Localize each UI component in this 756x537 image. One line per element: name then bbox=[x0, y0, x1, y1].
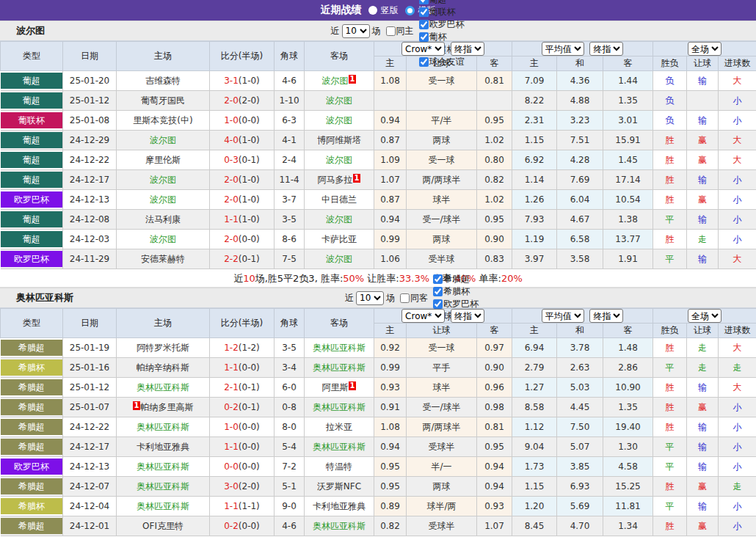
away-team-name[interactable]: 波尔图 bbox=[322, 76, 349, 86]
home-team-name[interactable]: 里斯本竞技(中) bbox=[133, 115, 192, 125]
away-team-name[interactable]: 波尔图 bbox=[326, 254, 352, 264]
team-section-porto: 波尔图 近 10 场 同主 葡超葡联杯欧罗巴杯葡杯葡超杯球会友谊 类型 bbox=[0, 21, 756, 288]
avg-select[interactable]: 平均值 bbox=[542, 42, 584, 56]
home-team-name[interactable]: 吉维森特 bbox=[145, 76, 181, 86]
avg-home-odds: 8.22 bbox=[512, 91, 557, 111]
competition-checkbox[interactable] bbox=[433, 274, 443, 284]
match-type-cell: 希腊超 bbox=[1, 378, 63, 398]
recent-results-page: 近期战绩 竖版 横版 波尔图 近 10 场 同主 葡超葡联杯欧罗巴杯葡杯葡超杯球… bbox=[0, 0, 756, 537]
home-team-name[interactable]: 法马利康 bbox=[145, 214, 181, 224]
match-score: 4-0(1-0) bbox=[210, 131, 275, 150]
away-team-name[interactable]: 波尔图 bbox=[326, 95, 352, 106]
avg-time-select[interactable]: 终指 bbox=[589, 309, 623, 323]
result-goals: 小 bbox=[719, 398, 756, 417]
home-team-name[interactable]: 波尔图 bbox=[150, 175, 176, 185]
same-venue-checkbox[interactable] bbox=[386, 26, 396, 36]
avg-away-odds: 13.77 bbox=[603, 230, 653, 249]
odds-home: 0.95 bbox=[374, 477, 407, 497]
home-team-cell: 奥林匹亚科斯 bbox=[117, 378, 210, 398]
same-venue-option[interactable]: 同主 bbox=[386, 25, 414, 37]
avg-select[interactable]: 平均值 bbox=[542, 309, 584, 323]
odds-home: 0.82 bbox=[374, 516, 407, 536]
handicap-line: 两球 bbox=[407, 131, 477, 150]
away-team-cell: 波尔图 bbox=[305, 249, 374, 269]
home-team-name[interactable]: 奥林匹亚科斯 bbox=[137, 501, 189, 511]
avg-draw-odds: 6.58 bbox=[557, 230, 603, 249]
away-team-name[interactable]: 特温特 bbox=[326, 461, 352, 472]
avg-home-odds: 7.93 bbox=[512, 210, 557, 230]
home-team-name[interactable]: 奥林匹亚科斯 bbox=[137, 382, 189, 392]
odds-home: 0.87 bbox=[374, 131, 407, 150]
full-time-score: 2-1 bbox=[224, 382, 239, 392]
home-team-name[interactable]: 葡萄牙国民 bbox=[141, 95, 185, 106]
handicap-line: 半/一 bbox=[407, 457, 477, 477]
away-team-name[interactable]: 卡萨比亚 bbox=[321, 234, 357, 244]
match-score: 2-0(0-0) bbox=[210, 230, 275, 249]
odds-time-select[interactable]: 终指 bbox=[451, 42, 484, 56]
home-team-name[interactable]: 帕纳辛纳科斯 bbox=[137, 362, 189, 373]
away-team-name[interactable]: 奥林匹亚科斯 bbox=[313, 521, 366, 531]
home-team-name[interactable]: 帕纳多里高斯 bbox=[140, 402, 193, 412]
home-team-name[interactable]: OFI克里特 bbox=[142, 521, 183, 531]
competition-checkbox[interactable] bbox=[419, 32, 429, 42]
competition-checkbox[interactable] bbox=[419, 0, 429, 4]
home-team-name[interactable]: 波尔图 bbox=[150, 135, 176, 145]
avg-home-odds: 9.04 bbox=[512, 437, 557, 457]
half-time-score: (1-0) bbox=[239, 214, 260, 224]
competition-option[interactable]: 葡超 bbox=[419, 0, 465, 6]
competition-checkbox[interactable] bbox=[419, 7, 429, 17]
away-team-name[interactable]: 奥林匹亚科斯 bbox=[313, 442, 366, 452]
competition-option[interactable]: 葡联杯 bbox=[419, 6, 465, 18]
odds-source-select[interactable]: Crow* bbox=[401, 309, 445, 323]
scope-select[interactable]: 全场 bbox=[688, 309, 722, 323]
match-row: 希腊超24-12-01OFI克里特0-2(0-0)4-6奥林匹亚科斯0.82受球… bbox=[1, 516, 756, 536]
recent-count-select[interactable]: 10 bbox=[342, 24, 370, 38]
home-team-name[interactable]: 安德莱赫特 bbox=[141, 254, 185, 264]
away-team-name[interactable]: 阿里斯 bbox=[322, 382, 349, 392]
match-type-badge: 葡超 bbox=[1, 211, 63, 227]
away-team-name[interactable]: 拉米亚 bbox=[326, 422, 352, 432]
handicap-line: 两/两球半 bbox=[407, 417, 477, 437]
odds-source-select[interactable]: Crow* bbox=[401, 42, 445, 56]
away-team-name[interactable]: 奥林匹亚科斯 bbox=[313, 402, 366, 412]
home-team-name[interactable]: 卡利地亚雅典 bbox=[137, 442, 189, 452]
match-score: 0-3(0-1) bbox=[210, 150, 275, 170]
home-team-name[interactable]: 奥林匹亚科斯 bbox=[137, 422, 189, 432]
competition-checkbox[interactable] bbox=[419, 20, 429, 29]
away-team-name[interactable]: 阿马多拉 bbox=[318, 175, 353, 185]
near-label: 近 bbox=[331, 25, 340, 37]
home-team-name[interactable]: 波尔图 bbox=[150, 194, 176, 205]
home-team-name[interactable]: 奥林匹亚科斯 bbox=[137, 481, 189, 492]
match-score: 1-1(0-0) bbox=[210, 437, 275, 457]
avg-time-select[interactable]: 终指 bbox=[589, 42, 623, 56]
same-venue-option[interactable]: 同客 bbox=[400, 292, 428, 304]
away-team-name[interactable]: 中日德兰 bbox=[321, 194, 357, 205]
same-venue-checkbox[interactable] bbox=[400, 293, 410, 303]
competition-option[interactable]: 希腊超 bbox=[433, 273, 479, 285]
away-team-name[interactable]: 沃罗斯NFC bbox=[317, 481, 361, 492]
away-team-name[interactable]: 奥林匹亚科斯 bbox=[313, 343, 366, 353]
col-header-odds-home: 主 bbox=[374, 324, 407, 338]
away-team-name[interactable]: 博阿维斯塔 bbox=[317, 135, 361, 145]
home-team-name[interactable]: 阿特罗米托斯 bbox=[137, 343, 189, 353]
home-team-name[interactable]: 波尔图 bbox=[150, 234, 176, 244]
away-team-name[interactable]: 波尔图 bbox=[326, 155, 352, 165]
corner-score: 8-6 bbox=[275, 230, 305, 249]
away-team-name[interactable]: 波尔图 bbox=[326, 214, 352, 224]
result-handicap: 走 bbox=[687, 358, 719, 378]
away-team-name[interactable]: 卡利地亚雅典 bbox=[313, 501, 366, 511]
odds-home: 1.08 bbox=[374, 417, 407, 437]
home-team-name[interactable]: 奥林匹亚科斯 bbox=[137, 461, 189, 472]
recent-count-select[interactable]: 10 bbox=[356, 291, 384, 305]
competition-option[interactable]: 欧罗巴杯 bbox=[419, 18, 465, 31]
competition-checkbox[interactable] bbox=[419, 57, 429, 67]
home-team-name[interactable]: 摩里伦斯 bbox=[145, 155, 181, 165]
away-team-name[interactable]: 奥林匹亚科斯 bbox=[313, 362, 366, 373]
away-team-name[interactable]: 波尔图 bbox=[326, 115, 352, 125]
result-outcome: 负 bbox=[653, 111, 687, 131]
odds-time-select[interactable]: 终指 bbox=[451, 309, 484, 323]
competition-checkbox[interactable] bbox=[433, 287, 443, 296]
scope-select[interactable]: 全场 bbox=[688, 42, 722, 56]
competition-checkbox[interactable] bbox=[433, 299, 443, 309]
competition-option[interactable]: 希腊杯 bbox=[433, 285, 479, 298]
